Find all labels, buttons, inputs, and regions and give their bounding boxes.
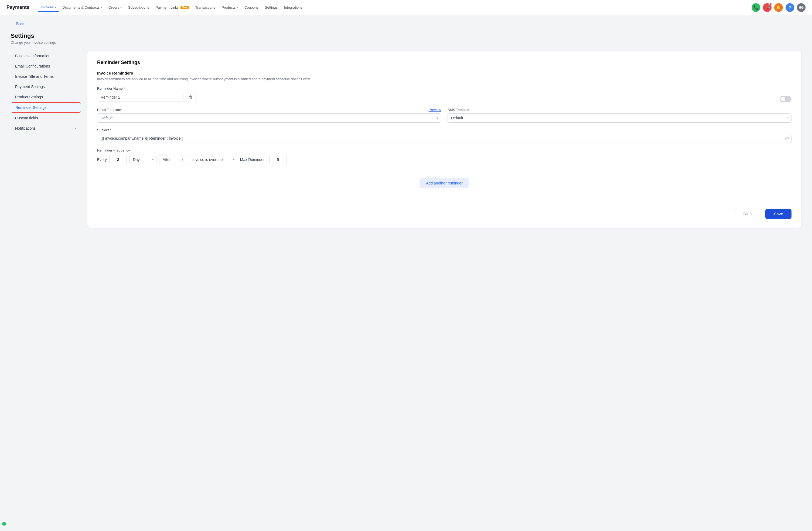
frequency-unit-select[interactable]: Days Weeks Months (130, 155, 157, 164)
sidebar-label: Payment Settings (15, 85, 45, 89)
email-template-select-wrapper: Default ▾ (97, 113, 441, 123)
page-title: Settings (11, 32, 801, 39)
add-another-reminder-button[interactable]: Add another reminder (420, 178, 469, 188)
page-layout: ← Back Settings Change your invoice sett… (0, 15, 812, 531)
sidebar-item-product-settings[interactable]: Product Settings (11, 92, 81, 102)
nav-item-subscriptions[interactable]: Subscriptions (126, 3, 152, 12)
nav-label-coupons: Coupons (244, 5, 258, 10)
nav-item-integrations[interactable]: Integrations (281, 3, 305, 12)
sidebar-item-email-config[interactable]: Email Configurations (11, 61, 81, 71)
sms-template-label: SMS Template (448, 108, 792, 112)
bell-button[interactable]: 🔔 (774, 3, 783, 12)
sidebar-label: Notifications (15, 126, 35, 130)
nav-left: Payments Invoices ▾ Documents & Contract… (6, 3, 305, 12)
frequency-unit-wrapper: Days Weeks Months ▾ (130, 155, 157, 164)
toggle-thumb (780, 97, 785, 101)
notification-dot (769, 3, 772, 5)
section-title: Reminder Settings (97, 60, 792, 65)
nav-item-coupons[interactable]: Coupons (242, 3, 261, 12)
email-template-col: Email Template Preview Default ▾ (97, 108, 441, 123)
email-template-label: Email Template (97, 108, 121, 112)
subject-input[interactable] (97, 134, 792, 143)
delete-reminder-button[interactable]: 🗑 (186, 92, 196, 102)
sidebar-item-invoice-title[interactable]: Invoice Title and Terms (11, 72, 81, 81)
megaphone-button[interactable]: 📣 (763, 3, 771, 12)
sidebar-item-reminder-settings[interactable]: Reminder Settings (11, 102, 81, 113)
nav-label-subscriptions: Subscriptions (128, 5, 149, 10)
chevron-icon: ▾ (236, 6, 238, 9)
sidebar-item-custom-fields[interactable]: Custom fields (11, 113, 81, 123)
sidebar-label: Custom fields (15, 116, 38, 120)
trash-icon: 🗑 (189, 95, 193, 100)
nav-item-transactions[interactable]: Transactions (193, 3, 218, 12)
sidebar-item-business-info[interactable]: Business Information (11, 51, 81, 61)
back-link[interactable]: ← Back (11, 22, 25, 26)
nav-label-payment-links: Payment Links (156, 5, 178, 10)
frequency-section: Reminder Frequency Every Days Weeks Mont… (97, 148, 792, 164)
nav-right: 📞 📣 🔔 ? HG (752, 3, 806, 12)
sidebar-label: Invoice Title and Terms (15, 74, 54, 79)
required-indicator: * (110, 128, 111, 132)
page-subtitle: Change your invoice settings (11, 41, 801, 45)
max-reminders-input[interactable] (269, 155, 287, 164)
chevron-down-icon: ▾ (75, 127, 77, 130)
sidebar-label: Product Settings (15, 95, 43, 99)
subject-label: Subject * (97, 128, 792, 132)
sms-template-col: SMS Template Default ▾ (448, 108, 792, 123)
page-header: Settings Change your invoice settings (11, 30, 801, 45)
nav-label-documents: Documents & Contracts (62, 5, 100, 10)
nav-item-documents[interactable]: Documents & Contracts ▾ (60, 3, 105, 12)
nav-label-orders: Orders (108, 5, 119, 10)
brand-name: Payments (6, 4, 29, 10)
status-indicator (2, 522, 6, 526)
template-row: Email Template Preview Default ▾ SMS Tem… (97, 108, 792, 123)
add-reminder-container: Add another reminder (97, 172, 792, 194)
nav-item-orders[interactable]: Orders ▾ (106, 3, 125, 12)
avatar-initials: HG (799, 6, 803, 10)
nav-item-invoices[interactable]: Invoices ▾ (38, 3, 59, 12)
invoice-reminders-title: Invoice Reminders (97, 71, 792, 75)
reminder-toggle[interactable] (780, 96, 792, 102)
sidebar-item-payment-settings[interactable]: Payment Settings (11, 82, 81, 92)
invoice-reminders-desc: Invoice reminders are applied to all one… (97, 77, 792, 81)
nav-label-integrations: Integrations (284, 5, 302, 10)
frequency-event-select[interactable]: Invoice is overdue Invoice due date Invo… (189, 155, 237, 164)
frequency-row: Every Days Weeks Months ▾ After Bef (97, 155, 792, 164)
sidebar-label: Email Configurations (15, 64, 50, 68)
phone-button[interactable]: 📞 (752, 3, 760, 12)
save-button[interactable]: Save (765, 209, 792, 219)
chevron-icon: ▾ (101, 6, 102, 9)
nav-item-settings[interactable]: Settings (262, 3, 280, 12)
back-label: Back (16, 22, 25, 26)
nav-item-payment-links[interactable]: Payment Links New (153, 3, 191, 12)
email-template-select[interactable]: Default (97, 113, 441, 123)
sidebar-item-notifications[interactable]: Notifications ▾ (11, 123, 81, 133)
nav-label-transactions: Transactions (195, 5, 215, 10)
sidebar-label: Business Information (15, 54, 50, 58)
preview-link[interactable]: Preview (429, 108, 441, 112)
subject-input-wrapper: 🏷 (97, 134, 792, 143)
nav-label-settings: Settings (265, 5, 278, 10)
chevron-icon: ▾ (120, 6, 122, 9)
frequency-number-input[interactable] (110, 155, 127, 164)
content-area: Business Information Email Configuration… (11, 51, 801, 228)
back-arrow-icon: ← (11, 22, 15, 26)
reminder-name-label: Reminder Name * (97, 86, 780, 90)
new-badge: New (180, 6, 189, 9)
frequency-when-select[interactable]: After Before (159, 155, 186, 164)
sms-template-select[interactable]: Default (448, 113, 792, 123)
settings-sidebar: Business Information Email Configuration… (11, 51, 81, 228)
avatar-button[interactable]: HG (797, 3, 806, 12)
reminder-name-input[interactable] (97, 93, 184, 102)
question-icon: ? (788, 5, 791, 10)
cancel-button[interactable]: Cancel (735, 209, 763, 219)
required-indicator: * (124, 86, 125, 90)
nav-item-products[interactable]: Products ▾ (219, 3, 241, 12)
tag-icon[interactable]: 🏷 (785, 136, 789, 140)
action-row: Cancel Save (97, 203, 792, 219)
chevron-icon: ▾ (55, 6, 56, 9)
help-button[interactable]: ? (786, 3, 794, 12)
sms-template-select-wrapper: Default ▾ (448, 113, 792, 123)
frequency-when-wrapper: After Before ▾ (159, 155, 186, 164)
frequency-event-wrapper: Invoice is overdue Invoice due date Invo… (189, 155, 237, 164)
